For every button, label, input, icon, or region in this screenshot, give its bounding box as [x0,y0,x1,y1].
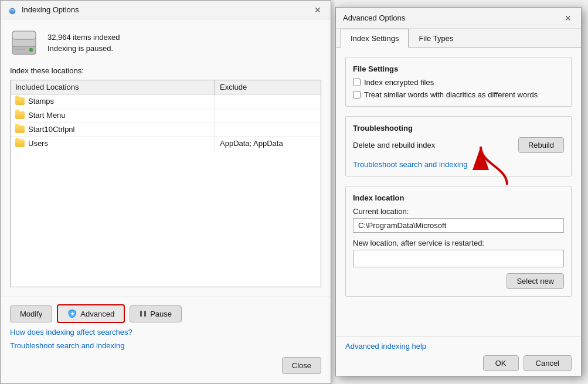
pause-button[interactable]: Pause [130,305,182,322]
svg-rect-8 [15,49,25,50]
tab-content: File Settings Index encrypted files Trea… [336,47,581,337]
location-cell: Start10Ctrlpnl [11,123,215,136]
status-text: 32,964 items indexed Indexing is paused. [47,33,120,53]
rebuild-row: Delete and rebuild index Rebuild [353,137,564,153]
table-row[interactable]: Start Menu [11,108,321,123]
indexing-icon [8,5,17,15]
table-row[interactable]: Start10Ctrlpnl [11,123,321,137]
advanced-content: Index Settings File Types File Settings … [336,29,581,337]
troubleshoot-link-section: Troubleshoot search and indexing [10,341,321,350]
advanced-button[interactable]: ★ Advanced [57,304,125,323]
shield-icon: ★ [67,309,77,318]
main-button-row: Modify ★ Advanced Pause [10,304,321,323]
ok-button[interactable]: OK [483,355,519,371]
how-does-indexing-link[interactable]: How does indexing affect searches? [10,328,132,337]
items-indexed: 32,964 items indexed [47,33,120,42]
svg-rect-3 [10,9,15,9]
folder-icon [15,125,25,133]
diacritics-checkbox-row: Treat similar words with diacritics as d… [353,90,564,99]
location-cell: Stamps [11,94,215,108]
indexing-status: Indexing is paused. [47,44,120,53]
modify-button[interactable]: Modify [10,305,52,322]
indexing-close-button[interactable]: ✕ [312,4,324,16]
status-section: 32,964 items indexed Indexing is paused. [10,29,321,57]
table-header: Included Locations Exclude [11,80,321,94]
tab-index-settings[interactable]: Index Settings [341,29,409,47]
new-location-box [353,250,564,267]
location-name: Start10Ctrlpnl [28,125,74,134]
links-section: How does indexing affect searches? [10,328,321,337]
exclude-cell [215,123,321,136]
svg-rect-6 [12,31,36,39]
advanced-close-button[interactable]: ✕ [562,12,574,24]
location-name: Start Menu [28,111,66,120]
location-name: Users [28,139,48,148]
table-row[interactable]: Users AppData; AppData [11,137,321,150]
table-row[interactable]: Stamps [11,94,321,108]
advanced-footer: Advanced indexing help OK Cancel [336,337,581,376]
svg-rect-11 [144,311,146,317]
header-exclude: Exclude [215,80,321,94]
diacritics-checkbox[interactable] [353,91,361,98]
exclude-cell [215,108,321,122]
close-row: Close [10,355,321,376]
advanced-titlebar: Advanced Options ✕ [336,8,581,29]
folder-icon [15,140,25,147]
encrypt-checkbox[interactable] [353,79,361,86]
troubleshooting-section: Troubleshooting Delete and rebuild index… [345,116,572,176]
current-location-label: Current location: [353,207,564,216]
exclude-cell [215,94,321,108]
folder-icon [15,97,25,105]
diacritics-label: Treat similar words with diacritics as d… [364,90,538,99]
locations-table: Included Locations Exclude Stamps Start … [10,80,321,287]
status-icon [10,29,38,57]
indexing-titlebar: Indexing Options ✕ [1,1,331,19]
select-new-button[interactable]: Select new [507,273,564,289]
close-button[interactable]: Close [282,357,321,374]
file-settings-section: File Settings Index encrypted files Trea… [345,57,572,107]
svg-rect-10 [140,311,142,317]
bottom-section: Modify ★ Advanced Pause How does indexin… [1,297,331,383]
encrypt-label: Index encrypted files [364,78,434,87]
rebuild-label: Delete and rebuild index [353,141,435,149]
advanced-help-link[interactable]: Advanced indexing help [345,342,572,351]
file-settings-title: File Settings [353,64,564,73]
encrypt-checkbox-row: Index encrypted files [353,78,564,87]
location-cell: Users [11,137,215,150]
rebuild-button[interactable]: Rebuild [518,137,564,153]
svg-point-7 [29,48,33,52]
troubleshoot-link[interactable]: Troubleshoot search and indexing [10,341,124,350]
location-cell: Start Menu [11,108,215,122]
troubleshoot-search-link[interactable]: Troubleshoot search and indexing [353,160,467,169]
location-name: Stamps [28,97,54,106]
header-included: Included Locations [11,80,215,94]
tab-bar: Index Settings File Types [336,29,581,47]
tab-file-types[interactable]: File Types [409,29,463,47]
advanced-options-window: Advanced Options ✕ Index Settings File T… [335,7,582,376]
ok-cancel-row: OK Cancel [345,355,572,371]
select-new-row: Select new [353,273,564,289]
exclude-cell: AppData; AppData [215,137,321,150]
svg-text:★: ★ [70,311,75,317]
indexing-body: 32,964 items indexed Indexing is paused.… [1,19,331,297]
indexing-title: Indexing Options [22,5,79,14]
index-location-title: Index location [353,193,564,202]
folder-icon [15,111,25,119]
new-location-label: New location, after service is restarted… [353,239,564,247]
advanced-title: Advanced Options [343,13,405,22]
index-location-section: Index location Current location: C:\Prog… [345,186,572,297]
pause-icon [140,310,147,317]
cancel-button[interactable]: Cancel [524,355,572,371]
indexing-options-window: Indexing Options ✕ 32,964 items indexed … [0,0,331,384]
locations-label: Index these locations: [10,66,321,75]
titlebar-left: Indexing Options [8,5,79,15]
current-location-value: C:\ProgramData\Microsoft [353,218,564,233]
troubleshooting-title: Troubleshooting [353,124,564,132]
